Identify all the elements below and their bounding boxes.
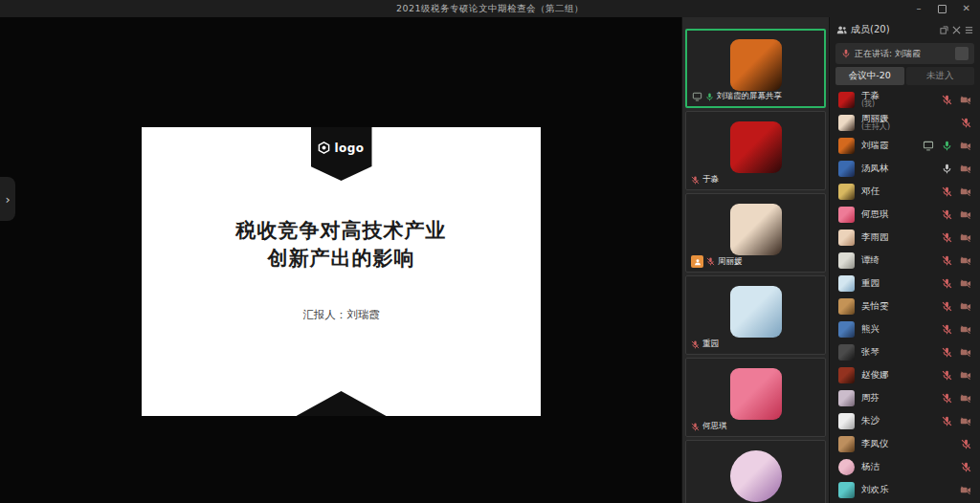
camera-status-icon[interactable] xyxy=(960,347,971,358)
tab-in-meeting[interactable]: 会议中-20 xyxy=(835,67,904,85)
mic-status-icon xyxy=(691,423,700,431)
video-thumbnail[interactable]: 重园 xyxy=(685,275,826,355)
camera-status-icon[interactable] xyxy=(960,255,971,266)
menu-icon[interactable] xyxy=(965,26,973,34)
minimize-button[interactable]: – xyxy=(917,4,922,13)
mic-status-icon[interactable] xyxy=(961,118,971,128)
member-name: 李凤仪 xyxy=(861,439,889,448)
now-speaking-bar: 正在讲话: 刘瑞霞 xyxy=(835,43,974,64)
camera-status-icon[interactable] xyxy=(960,141,971,151)
mic-status-icon[interactable] xyxy=(942,209,952,220)
participant-avatar xyxy=(730,39,782,91)
camera-status-icon[interactable] xyxy=(960,164,971,174)
panel-expand-button[interactable]: › xyxy=(0,177,15,221)
member-avatar xyxy=(838,344,855,361)
member-row[interactable]: 汤凤林 xyxy=(830,157,980,180)
mic-status-icon[interactable] xyxy=(942,393,952,404)
member-row[interactable]: 李凤仪 xyxy=(830,432,980,455)
member-name: 汤凤林 xyxy=(861,164,889,173)
member-row[interactable]: 吴怡雯 xyxy=(830,295,980,317)
member-avatar xyxy=(838,115,855,131)
member-row[interactable]: 李雨园 xyxy=(830,226,980,249)
participant-avatar xyxy=(730,121,782,173)
mic-status-icon xyxy=(705,93,714,101)
member-row[interactable]: 谭绮 xyxy=(830,249,980,272)
member-panel: 成员(20) 正在讲话: 刘瑞霞 会 xyxy=(829,17,980,503)
member-avatar xyxy=(838,367,855,383)
camera-status-icon[interactable] xyxy=(960,485,971,495)
member-row[interactable]: 张琴 xyxy=(830,340,980,363)
slide-bottom-triangle xyxy=(297,391,387,416)
participant-avatar xyxy=(730,368,782,420)
member-row[interactable]: 周芬 xyxy=(830,386,980,409)
member-avatar xyxy=(838,138,855,154)
mic-status-icon[interactable] xyxy=(942,255,952,266)
camera-status-icon[interactable] xyxy=(960,301,971,312)
member-row[interactable]: 杨洁 xyxy=(830,455,980,478)
mic-status-icon[interactable] xyxy=(942,301,952,312)
member-row[interactable]: 赵俊娜 xyxy=(830,363,980,386)
mic-status-icon[interactable] xyxy=(942,164,952,174)
member-panel-header: 成员(20) xyxy=(830,17,980,42)
close-panel-icon[interactable] xyxy=(952,26,961,34)
mic-status-icon[interactable] xyxy=(942,324,952,335)
member-row[interactable]: 刘欢乐 xyxy=(830,478,980,501)
camera-status-icon[interactable] xyxy=(960,232,971,243)
close-button[interactable]: ✕ xyxy=(963,4,970,13)
camera-status-icon[interactable] xyxy=(960,278,971,289)
member-avatar xyxy=(838,459,855,475)
popout-panel-icon[interactable] xyxy=(940,26,948,34)
mic-status-icon[interactable] xyxy=(942,186,952,197)
member-avatar xyxy=(838,413,855,429)
participant-name: 周丽媛 xyxy=(718,256,743,268)
slide-presenter: 汇报人：刘瑞霞 xyxy=(142,308,541,322)
tab-not-joined[interactable]: 未进入 xyxy=(906,67,975,85)
member-row[interactable]: 刘瑞霞 xyxy=(830,134,980,157)
camera-status-icon[interactable] xyxy=(960,393,971,404)
mic-status-icon[interactable] xyxy=(942,95,952,105)
member-row[interactable]: 朱沙 xyxy=(830,409,980,432)
mic-status-icon[interactable] xyxy=(942,232,952,243)
member-row[interactable]: 邓任 xyxy=(830,180,980,203)
now-speaking-label: 正在讲话: 刘瑞霞 xyxy=(855,48,921,60)
member-name: 何思琪 xyxy=(861,209,889,219)
member-row[interactable]: 周丽媛 (主持人) xyxy=(830,111,980,134)
video-thumbnail[interactable]: 刘瑞霞的屏幕共享 xyxy=(685,29,826,108)
member-row[interactable]: 熊兴 xyxy=(830,317,980,340)
member-avatar xyxy=(838,482,855,498)
member-name: 熊兴 xyxy=(861,324,880,334)
member-name: 重园 xyxy=(861,278,880,288)
camera-status-icon[interactable] xyxy=(960,186,971,197)
video-thumbnail[interactable]: 周丽媛 xyxy=(685,193,826,273)
member-name: 刘瑞霞 xyxy=(861,141,889,150)
member-avatar xyxy=(838,92,855,108)
mic-status-icon[interactable] xyxy=(942,141,952,151)
camera-status-icon[interactable] xyxy=(960,416,971,426)
member-row[interactable]: 于淼 (我) xyxy=(830,88,980,111)
member-row[interactable]: 何思琪 xyxy=(830,203,980,226)
screen-share-icon xyxy=(923,141,934,151)
thumbnail-label: 何思琪 xyxy=(691,421,727,432)
video-thumbnail[interactable] xyxy=(685,440,826,503)
mic-status-icon xyxy=(691,340,700,349)
video-thumbnail[interactable]: 于淼 xyxy=(685,111,826,190)
camera-status-icon[interactable] xyxy=(960,370,971,381)
camera-status-icon[interactable] xyxy=(960,324,971,335)
members-icon xyxy=(836,25,847,35)
camera-status-icon[interactable] xyxy=(960,95,971,105)
camera-status-icon[interactable] xyxy=(960,209,971,220)
mic-status-icon[interactable] xyxy=(942,347,952,358)
mic-status-icon[interactable] xyxy=(942,370,952,381)
thumbnail-label: 周丽媛 xyxy=(691,255,743,268)
slide-logo-text: logo xyxy=(334,142,364,155)
member-row[interactable]: 重园 xyxy=(830,272,980,295)
member-name: 吴怡雯 xyxy=(861,301,889,311)
search-button[interactable] xyxy=(955,47,969,60)
video-thumbnail[interactable]: 何思琪 xyxy=(685,358,826,437)
mic-status-icon[interactable] xyxy=(961,462,971,472)
maximize-button[interactable] xyxy=(938,5,947,13)
mic-status-icon[interactable] xyxy=(942,278,952,289)
mic-status-icon[interactable] xyxy=(961,439,971,449)
member-name: 刘欢乐 xyxy=(861,485,889,494)
mic-status-icon[interactable] xyxy=(942,416,952,426)
